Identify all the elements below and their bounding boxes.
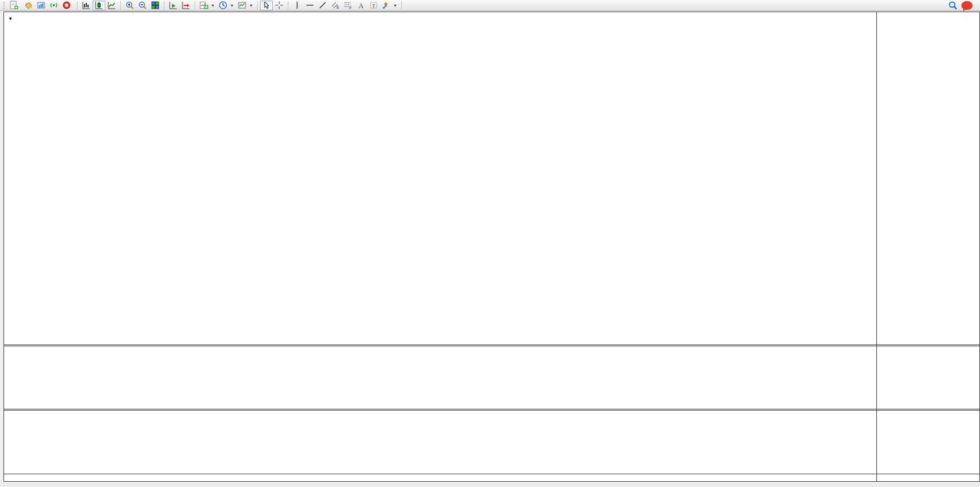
zoom-out-button[interactable] [136,1,149,10]
horizontal-line-button[interactable] [303,1,316,10]
trading-platform-window: ▼ ▼ ▼ [0,0,980,487]
toolbar-separator [401,1,402,10]
svg-text:T: T [372,3,375,9]
auto-trading-button[interactable] [60,1,75,10]
signal-icon [49,1,58,10]
text-button[interactable]: A [354,1,367,10]
indicators-button[interactable]: ▼ [198,1,217,10]
equidistant-channel-icon: E [331,1,340,10]
auto-scroll-icon [169,1,178,10]
chart-shift-button[interactable] [180,1,192,10]
periods-button[interactable]: ▼ [217,1,236,10]
tile-windows-icon [151,1,160,10]
tile-windows-button[interactable] [149,1,162,10]
crosshair-button[interactable] [273,1,286,10]
toolbar-separator [288,1,288,10]
indicators-icon [199,1,209,10]
line-chart-icon [107,1,116,10]
equidistant-channel-button[interactable]: E [329,1,342,10]
new-order-button[interactable] [8,1,22,10]
crosshair-icon [275,1,284,10]
trendline-icon [318,1,327,10]
svg-text:E: E [337,5,339,9]
profiles-button[interactable] [35,1,47,10]
news-icon [961,1,972,10]
candlestick-chart-button[interactable] [93,1,105,10]
vertical-line-button[interactable] [291,1,303,10]
svg-text:A: A [359,2,364,10]
line-chart-button[interactable] [105,1,118,10]
chevron-down-icon: ▼ [393,3,397,8]
fibonacci-button[interactable]: F [342,1,354,10]
horizontal-line-icon [305,1,315,10]
auto-trading-icon [62,1,71,10]
new-order-icon [9,1,19,10]
toolbar: ▼ ▼ ▼ [0,0,980,11]
bar-chart-button[interactable] [80,1,93,10]
paint-bucket-button[interactable] [22,1,35,10]
arrows-icon [382,1,391,10]
fibonacci-icon: F [343,1,353,10]
auto-scroll-button[interactable] [167,1,180,10]
toolbar-separator [257,1,258,10]
chevron-down-icon: ▼ [230,3,234,8]
bar-chart-icon [82,1,91,10]
search-icon [948,1,958,10]
toolbar-separator [164,1,164,10]
trendline-button[interactable] [316,1,329,10]
profiles-icon [36,1,46,10]
cursor-button[interactable] [260,1,273,10]
periods-icon [218,1,228,10]
chevron-down-icon: ▼ [211,3,215,8]
zoom-out-icon [138,1,147,10]
bottom-strip [0,482,980,487]
label-icon: T [369,1,378,10]
templates-icon [237,1,247,10]
chart-shift-icon [181,1,191,10]
chart-title: ▼ [8,14,22,21]
arrows-button[interactable]: ▼ [380,1,399,10]
candlestick-chart-icon [94,1,104,10]
rsi-label [7,412,13,419]
templates-button[interactable]: ▼ [236,1,255,10]
toolbar-grip[interactable] [3,2,5,9]
toolbar-separator [77,1,78,10]
label-button[interactable]: T [367,1,380,10]
zoom-in-icon [125,1,134,10]
search-button[interactable] [946,1,960,10]
news-button[interactable] [960,1,974,10]
svg-text:F: F [349,6,352,10]
chart-canvas[interactable] [0,12,980,482]
toolbar-separator [195,1,195,10]
paint-bucket-icon [24,1,33,10]
zoom-in-button[interactable] [123,1,136,10]
text-icon: A [356,1,365,10]
macd-label [7,347,13,354]
vertical-line-icon [292,1,302,10]
chevron-down-icon: ▼ [8,16,13,21]
signal-button[interactable] [47,1,60,10]
chevron-down-icon: ▼ [249,3,253,8]
toolbar-separator [120,1,121,10]
cursor-icon [262,1,271,10]
